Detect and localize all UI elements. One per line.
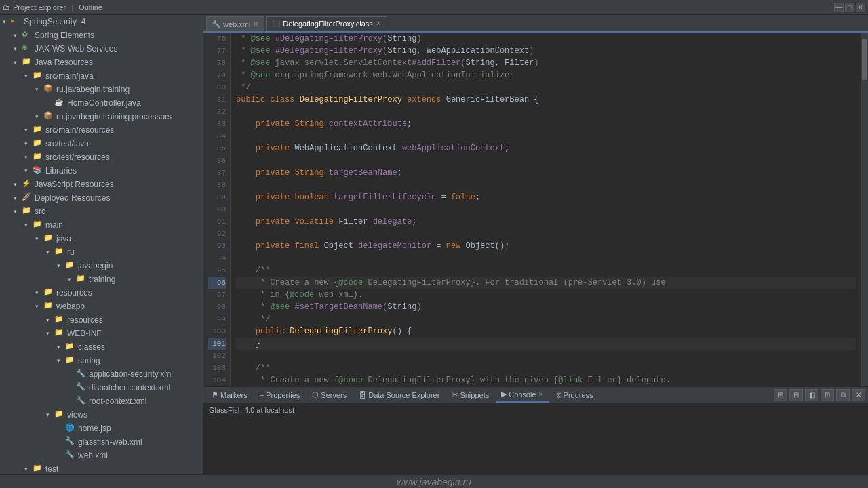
line-number: 103 bbox=[208, 362, 226, 374]
bottom-btn-3[interactable]: ◧ bbox=[805, 389, 818, 401]
tree-arrow: ▾ bbox=[35, 113, 43, 120]
xml-tab-icon: 🔧 bbox=[212, 20, 220, 28]
tree-item-libraries[interactable]: ▾ 📚 Libraries bbox=[0, 164, 203, 178]
bottom-btn-5[interactable]: ⧉ bbox=[836, 389, 850, 401]
src-folder-icon: 📁 bbox=[33, 125, 43, 136]
line-number: 92 bbox=[208, 228, 226, 240]
tab-web-xml[interactable]: 🔧 web.xml ✕ bbox=[206, 16, 264, 31]
tab-close-web-xml[interactable]: ✕ bbox=[253, 20, 258, 28]
bottom-btn-close[interactable]: ✕ bbox=[852, 389, 865, 401]
close-btn[interactable]: ✕ bbox=[856, 3, 865, 12]
content-area: 🔧 web.xml ✕ ⬛ DelegatingFilterProxy.clas… bbox=[203, 15, 868, 474]
tree-arrow: ▾ bbox=[68, 276, 76, 283]
tree-label-classes: classes bbox=[78, 342, 105, 352]
tree-item-resources-main[interactable]: ▾ 📁 resources bbox=[0, 286, 203, 300]
scrollbar-thumb[interactable] bbox=[862, 39, 867, 80]
code-line: * Create a new {@code DelegatingFilterPr… bbox=[236, 277, 856, 289]
code-line: /** bbox=[236, 264, 856, 277]
tree-item-app-security-xml[interactable]: ▾ 🔧 application-security.xml bbox=[0, 367, 203, 381]
tree-arrow: ▾ bbox=[24, 154, 33, 161]
class-tab-icon: ⬛ bbox=[272, 20, 280, 27]
tree-item-dispatcher-context-xml[interactable]: ▾ 🔧 dispatcher-context.xml bbox=[0, 381, 203, 394]
tree-item-webinf[interactable]: ▾ 📁 WEB-INF bbox=[0, 327, 203, 340]
tab-progress[interactable]: ⧖ Progress bbox=[551, 388, 599, 403]
tab-console[interactable]: ▶ Console ✕ bbox=[496, 388, 549, 403]
tree-item-java-resources[interactable]: ▾ 📁 Java Resources bbox=[0, 56, 203, 69]
bottom-btn-2[interactable]: ⊟ bbox=[789, 389, 803, 401]
tree-item-views[interactable]: ▾ 📁 views bbox=[0, 408, 203, 422]
code-line: * Create a new {@code DelegatingFilterPr… bbox=[236, 374, 856, 386]
folder-icon: 📁 bbox=[22, 57, 33, 68]
bottom-btn-4[interactable]: ⊡ bbox=[821, 389, 834, 401]
tree-item-deployed-resources[interactable]: ▾ 🚀 Deployed Resources bbox=[0, 191, 203, 205]
tree-item-main[interactable]: ▾ 📁 main bbox=[0, 218, 203, 232]
tree-item-resources-webapp[interactable]: ▾ 📁 resources bbox=[0, 313, 203, 327]
markers-icon: ⚑ bbox=[212, 390, 218, 399]
tree-item-package-training[interactable]: ▾ 📦 ru.javabegin.training bbox=[0, 83, 203, 96]
xml-file-icon: 🔧 bbox=[65, 450, 76, 461]
tree-item-package-processors[interactable]: ▾ 📦 ru.javabegin.training.processors bbox=[0, 110, 203, 123]
tab-close-delegating-filter[interactable]: ✕ bbox=[376, 20, 381, 27]
tree-label-libraries: Libraries bbox=[45, 166, 77, 176]
tree-item-homecontroller[interactable]: ▾ ☕ HomeController.java bbox=[0, 96, 203, 110]
tree-item-glassfish-web-xml[interactable]: ▾ 🔧 glassfish-web.xml bbox=[0, 435, 203, 449]
tab-delegating-filter[interactable]: ⬛ DelegatingFilterProxy.class ✕ bbox=[266, 16, 387, 31]
folder-icon: 📁 bbox=[43, 287, 54, 298]
tree-item-root-context-xml[interactable]: ▾ 🔧 root-context.xml bbox=[0, 394, 203, 408]
tree-label-deployed-resources: Deployed Resources bbox=[35, 193, 110, 203]
tab-properties[interactable]: ≡ Properties bbox=[254, 388, 306, 403]
bottom-btn-1[interactable]: ⊞ bbox=[774, 389, 787, 401]
tree-item-webapp[interactable]: ▾ 📁 webapp bbox=[0, 300, 203, 313]
tree-item-training[interactable]: ▾ 📁 training bbox=[0, 272, 203, 286]
tab-snippets[interactable]: ✂ Snippets bbox=[446, 388, 494, 403]
tree-item-src[interactable]: ▾ 📁 src bbox=[0, 205, 203, 218]
code-line: public DelegatingFilterProxy() { bbox=[236, 325, 856, 338]
tab-data-source[interactable]: 🗄 Data Source Explorer bbox=[353, 388, 445, 403]
tree-label-javabegin: javabegin bbox=[78, 261, 113, 270]
line-number: 76 bbox=[208, 33, 226, 45]
tree-item-ru[interactable]: ▾ 📁 ru bbox=[0, 245, 203, 259]
scrollbar-track[interactable] bbox=[861, 33, 868, 386]
tree-label-resources-webapp: resources bbox=[67, 315, 103, 325]
tree-item-spring-folder[interactable]: ▾ 📁 spring bbox=[0, 354, 203, 367]
code-line: private WebApplicationContext webApplica… bbox=[236, 142, 856, 155]
top-bar-outline-label: Outline bbox=[79, 3, 102, 12]
tree-item-js-resources[interactable]: ▾ ⚡ JavaScript Resources bbox=[0, 178, 203, 191]
package-icon: 📦 bbox=[43, 111, 54, 122]
line-number: 87 bbox=[208, 167, 226, 179]
tree-label-package-training: ru.javabegin.training bbox=[56, 85, 130, 94]
tree-label-package-processors: ru.javabegin.training.processors bbox=[56, 112, 172, 121]
tree-item-test[interactable]: ▾ 📁 test bbox=[0, 462, 203, 474]
servers-icon: ⬡ bbox=[312, 390, 319, 399]
tree-item-spring-elements[interactable]: ▾ ✿ Spring Elements bbox=[0, 28, 203, 42]
top-bar-title: 🗂 Project Explorer | Outline bbox=[3, 3, 102, 12]
src-folder-icon: 📁 bbox=[33, 70, 43, 81]
line-number: 86 bbox=[208, 155, 226, 167]
tab-label-snippets: Snippets bbox=[460, 391, 489, 399]
code-line: * @see #setTargetBeanName(String) bbox=[236, 301, 856, 313]
tree-arrow: ▾ bbox=[14, 181, 22, 188]
tree-item-javabegin[interactable]: ▾ 📁 javabegin bbox=[0, 259, 203, 272]
tree-item-java-folder[interactable]: ▾ 📁 java bbox=[0, 232, 203, 245]
tree-label-main: main bbox=[45, 220, 63, 230]
tree-item-classes[interactable]: ▾ 📁 classes bbox=[0, 340, 203, 354]
tab-servers[interactable]: ⬡ Servers bbox=[307, 388, 352, 403]
tree-item-web-xml[interactable]: ▾ 🔧 web.xml bbox=[0, 449, 203, 462]
tree-item-springsecurity4[interactable]: ▾ ▸ SpringSecurity_4 bbox=[0, 15, 203, 28]
folder-icon: 📁 bbox=[65, 355, 76, 366]
tree-arrow: ▾ bbox=[57, 357, 65, 364]
progress-icon: ⧖ bbox=[556, 390, 561, 399]
folder-icon: 📁 bbox=[54, 314, 65, 325]
tree-item-src-main-java[interactable]: ▾ 📁 src/main/java bbox=[0, 69, 203, 83]
tree-item-src-test-resources[interactable]: ▾ 📁 src/test/resources bbox=[0, 150, 203, 164]
jsp-file-icon: 🌐 bbox=[65, 423, 76, 434]
code-editor[interactable]: 7677787980818283848586878889909192939495… bbox=[203, 33, 868, 386]
tree-arrow: ▾ bbox=[24, 140, 33, 147]
tab-markers[interactable]: ⚑ Markers bbox=[206, 388, 253, 403]
maximize-btn[interactable]: □ bbox=[845, 3, 854, 12]
tree-item-jaxws[interactable]: ▾ ⊕ JAX-WS Web Services bbox=[0, 42, 203, 56]
tree-item-src-main-resources[interactable]: ▾ 📁 src/main/resources bbox=[0, 123, 203, 137]
minimize-btn[interactable]: — bbox=[834, 3, 844, 12]
tree-item-src-test-java[interactable]: ▾ 📁 src/test/java bbox=[0, 137, 203, 150]
tree-item-home-jsp[interactable]: ▾ 🌐 home.jsp bbox=[0, 422, 203, 435]
